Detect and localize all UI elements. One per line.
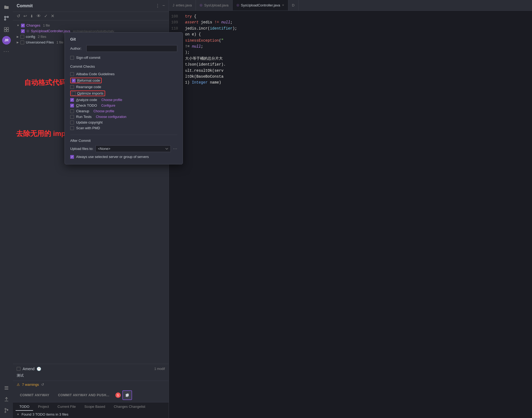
check-row-cleanup: Cleanup Choose profile [70,108,177,114]
warnings-refresh-icon[interactable]: ↺ [41,383,44,387]
svg-point-3 [7,16,9,18]
code-line-on: on e) { [169,31,532,37]
runtests-checkbox[interactable] [70,115,74,119]
always-use-checkbox[interactable]: ✓ [70,155,74,159]
sidebar-icon-todo[interactable] [2,383,11,393]
commit-toolbar: ↺ ↩ ⬇ 👁 ✓ ✕ [13,12,169,20]
rearrange-checkbox[interactable] [70,85,74,89]
tab-scope-based[interactable]: Scope Based [81,403,109,411]
analyze-checkbox[interactable]: ✓ [70,98,74,102]
tab-d[interactable]: D [288,0,299,10]
commit-push-button[interactable]: COMMIT ANYWAY AND PUSH... [54,392,114,399]
tab-sysuploadcontroller[interactable]: ☉ SysUploadController.java ✕ [233,0,288,10]
config-checkbox[interactable] [20,35,24,39]
alibaba-checkbox[interactable] [70,72,74,76]
pmd-checkbox[interactable] [70,126,74,130]
close-icon[interactable]: ✕ [51,13,54,19]
code-line-paren: ); [169,49,532,55]
unversioned-checkbox[interactable] [20,41,24,44]
analyze-link[interactable]: Choose profile [101,98,122,102]
svg-rect-11 [5,389,8,390]
upload-select[interactable]: <None> [95,145,171,152]
unversioned-label: Unversioned Files [26,40,54,44]
tab-project[interactable]: Project [34,403,52,411]
tab-current-file[interactable]: Current File [54,403,80,411]
checktodo-checkbox[interactable]: ✓ [70,104,74,107]
svg-point-4 [5,19,6,20]
sidebar-icon-push[interactable] [2,394,11,404]
svg-rect-10 [5,388,8,388]
tab-erties[interactable]: J erties.java [169,0,196,10]
code-area: 108 try { 109 assert jedis != null; 110 … [169,11,532,88]
tab-close-icon[interactable]: ✕ [282,3,284,7]
amend-row: Amend 🕐 1 modif [17,367,165,371]
upload-more-icon[interactable]: ⋯ [173,146,177,151]
sidebar-icon-avatar[interactable]: JR [2,36,11,45]
refresh-icon[interactable]: ↺ [17,13,20,19]
minimize-icon[interactable]: − [162,3,165,8]
always-use-row: ✓ Always use selected server or group of… [70,155,177,159]
sidebar-icon-git[interactable] [2,13,11,23]
svg-rect-9 [5,386,8,387]
commit-bottom: Amend 🕐 1 modif 测试 [13,364,169,381]
check-row-reformat: ✓ Reformat code [70,77,177,84]
check-icon[interactable]: ✓ [44,13,48,19]
changes-checkbox[interactable]: ✓ [21,24,25,27]
eye-icon[interactable]: 👁 [37,14,41,19]
commit-message[interactable]: 测试 [17,373,165,378]
history-icon[interactable]: 🕐 [37,367,41,371]
more-options-icon[interactable]: ⋮ [155,3,160,8]
amend-checkbox[interactable] [17,367,20,371]
file-checkbox[interactable]: ✓ [21,29,25,33]
svg-rect-7 [4,30,6,32]
copyright-checkbox[interactable] [70,121,74,124]
check-row-copyright: Update copyright [70,120,177,125]
optimize-checkbox[interactable] [72,92,76,95]
sidebar-icon-branch[interactable] [2,406,11,415]
editor-tabs: J erties.java ☉ SysUpload.java ☉ SysUplo… [169,0,532,11]
tab-sysupload[interactable]: ☉ SysUpload.java [196,0,232,10]
upload-row: Upload files to: <None> ⋯ [70,145,177,152]
author-row: Author: [70,45,177,52]
changes-count: 1 file [43,24,50,27]
code-line-basebo: ltOk(BaseBoConsta [169,74,532,80]
svg-rect-8 [7,30,9,32]
warnings-text: 7 warnings [22,383,39,387]
code-line-integer: 1) Integer name) [169,80,532,85]
cleanup-checkbox[interactable] [70,109,74,113]
sidebar-icon-modules[interactable] [2,25,11,34]
tab-sysupload-label: SysUpload.java [204,3,228,7]
config-count: 2 files [38,35,46,39]
tab-erties-label: erties.java [176,3,192,7]
optimize-label: Optimize imports [77,91,104,95]
commit-checks-title: Commit Checks [70,64,177,69]
rearrange-label: Rearrange code [76,85,101,89]
svg-rect-6 [7,27,9,29]
divider [70,135,177,135]
reformat-checkbox[interactable]: ✓ [72,79,76,82]
undo-icon[interactable]: ↩ [23,13,27,19]
check-row-analyze: ✓ Analyze code Choose profile [70,97,177,103]
sidebar-icon-folder[interactable] [2,2,11,12]
changes-label: Changes [26,23,40,27]
download-icon[interactable]: ⬇ [30,14,33,18]
file-type-icon: ☉ [26,29,29,33]
runtests-link[interactable]: Choose configuration [96,115,126,119]
reformat-label: Reformat code [77,78,100,82]
cleanup-link[interactable]: Choose profile [93,109,114,113]
tree-section-changes[interactable]: ▼ ✓ Changes 1 file [13,23,169,28]
commit-anyway-button[interactable]: COMMIT ANYWAY [16,392,54,399]
code-line-108: 108 try { [169,13,532,19]
tab-changes-changelist[interactable]: Changes Changelist [110,403,149,411]
tab-todo[interactable]: TODO [16,403,33,411]
reformat-highlight-box: ✓ Reformat code [70,78,102,83]
copyright-label: Update copyright [76,120,102,124]
author-input[interactable] [86,45,177,52]
gear-settings-button[interactable] [122,390,132,400]
checktodo-link[interactable]: Configure [101,104,115,107]
always-use-label: Always use selected server or group of s… [76,155,149,159]
code-line-109: 109 assert jedis != null; [169,19,532,25]
todo-tabs: TODO Project Current File Scope Based Ch… [13,402,169,411]
signoff-checkbox[interactable] [70,56,74,60]
sidebar-icon-more[interactable]: ··· [2,46,11,56]
